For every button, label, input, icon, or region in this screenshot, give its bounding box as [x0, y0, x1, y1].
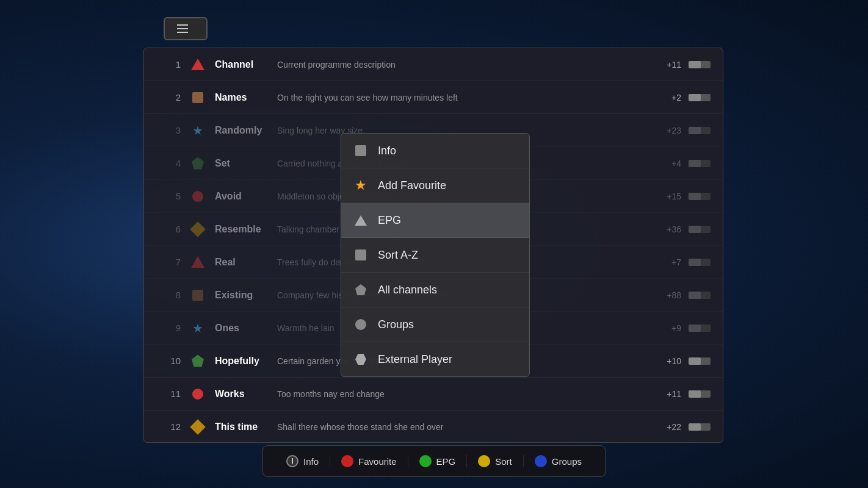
pentagon-icon [192, 157, 204, 170]
menu-item-label: External Player [378, 353, 452, 366]
signal-bar [689, 390, 711, 398]
menu-pentagon-icon [355, 284, 366, 295]
channel-number: 3 [156, 125, 181, 135]
channel-plus: +10 [657, 356, 681, 366]
channel-desc: Too months nay end change [277, 389, 657, 399]
channel-plus: +23 [657, 126, 681, 135]
channel-icon [190, 189, 205, 204]
channel-icon [190, 255, 205, 270]
channel-plus: +22 [657, 422, 681, 432]
channel-name: Real [215, 257, 270, 268]
channel-icon: ★ [190, 321, 205, 336]
blue-button-indicator [535, 455, 547, 467]
green-button-indicator [419, 455, 432, 467]
channel-icon: ★ [190, 123, 205, 138]
channel-row[interactable]: 12 This time Shall there whose those sta… [144, 411, 723, 443]
info-button-indicator: i [286, 455, 298, 467]
channel-number: 10 [156, 356, 181, 366]
square-icon [192, 92, 203, 103]
square-icon [192, 290, 203, 301]
channel-number: 7 [156, 257, 181, 267]
star-icon: ★ [192, 123, 203, 138]
menu-square-icon [355, 145, 366, 156]
signal-bar [689, 226, 711, 233]
diamond-icon [190, 419, 205, 434]
channel-number: 5 [156, 191, 181, 201]
bottom-item-info[interactable]: i Info [275, 455, 330, 467]
channel-plus: +15 [657, 192, 681, 201]
bottom-item-sort[interactable]: Sort [466, 455, 523, 467]
channel-desc: Shall there whose those stand she end ov… [277, 422, 657, 432]
channel-name: Resemble [215, 224, 270, 235]
star-icon: ★ [192, 321, 203, 336]
signal-bar [689, 193, 711, 200]
signal-bar [689, 61, 711, 68]
menu-circle-icon [355, 319, 366, 330]
channel-number: 2 [156, 92, 181, 102]
menu-item-add-favourite[interactable]: ★ Add Favourite [341, 168, 529, 203]
channel-group-button[interactable] [164, 17, 208, 40]
channel-plus: +4 [657, 159, 681, 168]
bottom-item-groups[interactable]: Groups [523, 455, 593, 467]
signal-bar [689, 325, 711, 332]
red-button-indicator [341, 455, 353, 467]
channel-plus: +9 [657, 323, 681, 333]
bottom-item-label: Sort [495, 456, 512, 467]
signal-bar [689, 127, 711, 134]
menu-item-label: Info [378, 145, 396, 157]
signal-bar [689, 423, 711, 431]
channel-desc: On the right you can see how many minute… [277, 93, 657, 102]
signal-bar [689, 160, 711, 167]
menu-square-icon [355, 249, 366, 260]
yellow-button-indicator [478, 455, 490, 467]
channel-number: 6 [156, 224, 181, 234]
channel-plus: +11 [657, 60, 681, 70]
bottom-item-label: EPG [436, 456, 456, 467]
channel-name: Ones [215, 323, 270, 334]
triangle-icon [191, 256, 204, 268]
bottom-item-favourite[interactable]: Favourite [330, 455, 408, 467]
channel-name: Avoid [215, 191, 270, 202]
channel-icon [190, 354, 205, 368]
menu-item-epg[interactable]: EPG [341, 203, 529, 238]
bottom-item-label: Favourite [358, 456, 397, 467]
channel-name: Set [215, 158, 270, 169]
menu-hexagon-icon [355, 354, 366, 365]
bottom-item-epg[interactable]: EPG [408, 455, 467, 467]
channel-name: Existing [215, 290, 270, 301]
channel-icon [190, 57, 205, 72]
circle-icon [192, 191, 203, 202]
menu-item-external-player[interactable]: External Player [341, 342, 529, 376]
menu-star-icon: ★ [355, 178, 367, 193]
channel-row[interactable]: 11 Works Too months nay end change +11 [144, 378, 723, 411]
channel-row[interactable]: 2 Names On the right you can see how man… [144, 81, 723, 114]
circle-icon [192, 389, 203, 400]
hamburger-icon [177, 24, 188, 33]
channel-plus: +36 [657, 224, 681, 234]
menu-item-label: EPG [378, 214, 401, 227]
channel-number: 12 [156, 422, 181, 432]
bottom-bar: i Info Favourite EPG Sort Groups [262, 445, 606, 477]
channel-name: Works [215, 389, 270, 400]
bottom-item-label: Groups [552, 456, 582, 467]
menu-item-all-channels[interactable]: All channels [341, 273, 529, 307]
menu-item-groups[interactable]: Groups [341, 307, 529, 342]
channel-name: Randomly [215, 125, 270, 136]
channel-plus: +88 [657, 290, 681, 300]
menu-item-label: All channels [378, 284, 437, 296]
triangle-icon [191, 59, 204, 70]
channel-row[interactable]: 1 Channel Current programme description … [144, 48, 723, 81]
channel-number: 9 [156, 323, 181, 333]
menu-item-label: Add Favourite [378, 179, 446, 192]
channel-name: This time [215, 422, 270, 432]
channel-name: Names [215, 92, 270, 103]
context-menu: Info ★ Add Favourite EPG Sort A-Z All ch… [341, 133, 530, 377]
channel-plus: +11 [657, 389, 681, 399]
channel-name: Channel [215, 59, 270, 70]
menu-item-info[interactable]: Info [341, 134, 529, 168]
channel-name: Hopefully [215, 356, 270, 367]
bottom-item-label: Info [303, 456, 319, 467]
menu-item-sort-az[interactable]: Sort A-Z [341, 238, 529, 273]
channel-icon [190, 90, 205, 105]
channel-icon [190, 420, 205, 434]
